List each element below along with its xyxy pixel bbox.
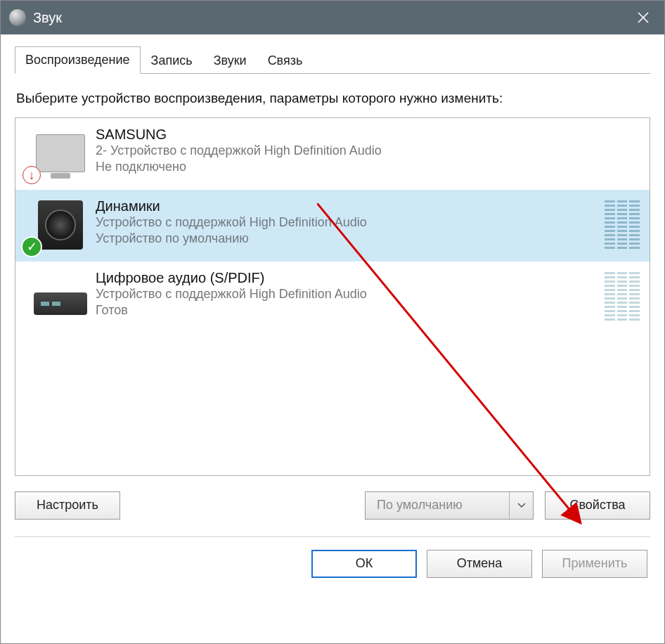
tab-sounds[interactable]: Звуки	[203, 47, 257, 74]
close-button[interactable]	[622, 1, 664, 34]
device-text: SAMSUNG 2- Устройство с поддержкой High …	[96, 125, 640, 176]
tab-recording[interactable]: Запись	[141, 47, 203, 74]
monitor-icon	[36, 134, 85, 172]
spdif-icon	[34, 292, 87, 315]
device-item[interactable]: Цифровое аудио (S/PDIF) Устройство с под…	[15, 262, 650, 333]
sound-window: Звук Воспроизведение Запись Звуки Связь …	[0, 0, 665, 644]
level-meter	[605, 200, 640, 250]
default-check-icon: ✓	[21, 236, 42, 257]
device-icon-speaker: ✓	[25, 197, 96, 253]
chevron-down-icon	[509, 492, 533, 519]
set-default-dropdown[interactable]: По умолчанию	[365, 491, 534, 520]
device-status: Не подключено	[96, 159, 640, 175]
device-text: Динамики Устройство с поддержкой High De…	[96, 197, 605, 247]
device-status: Готов	[96, 302, 605, 318]
device-desc: Устройство с поддержкой High Definition …	[96, 214, 605, 231]
apply-button[interactable]: Применить	[542, 550, 647, 578]
ok-button[interactable]: ОК	[311, 550, 417, 578]
device-name: SAMSUNG	[96, 127, 640, 143]
device-item[interactable]: ↓ SAMSUNG 2- Устройство с поддержкой Hig…	[15, 118, 650, 190]
sound-icon	[9, 9, 26, 26]
speaker-icon	[38, 200, 83, 250]
device-icon-spdif	[25, 269, 96, 325]
tab-playback[interactable]: Воспроизведение	[15, 46, 141, 74]
level-meter	[605, 272, 640, 321]
tab-communications[interactable]: Связь	[257, 47, 314, 74]
device-name: Динамики	[96, 198, 605, 214]
titlebar: Звук	[1, 1, 664, 34]
device-name: Цифровое аудио (S/PDIF)	[96, 270, 605, 286]
set-default-label: По умолчанию	[377, 498, 463, 513]
device-status: Устройство по умолчанию	[96, 231, 605, 247]
client-area: Воспроизведение Запись Звуки Связь Выбер…	[1, 34, 664, 643]
configure-button[interactable]: Настроить	[15, 491, 120, 520]
config-row: Настроить По умолчанию Свойства	[15, 491, 650, 520]
dialog-buttons: ОК Отмена Применить	[15, 550, 650, 578]
device-item[interactable]: ✓ Динамики Устройство с поддержкой High …	[15, 190, 650, 262]
separator	[15, 536, 650, 537]
device-desc: Устройство с поддержкой High Definition …	[96, 286, 605, 302]
device-icon-monitor: ↓	[25, 125, 96, 181]
disconnected-badge-icon: ↓	[22, 166, 41, 184]
device-text: Цифровое аудио (S/PDIF) Устройство с под…	[96, 269, 605, 319]
device-desc: 2- Устройство с поддержкой High Definiti…	[96, 143, 640, 159]
device-list: ↓ SAMSUNG 2- Устройство с поддержкой Hig…	[15, 117, 650, 476]
window-title: Звук	[33, 10, 62, 26]
cancel-button[interactable]: Отмена	[427, 550, 532, 578]
tabstrip: Воспроизведение Запись Звуки Связь	[15, 46, 650, 74]
instruction-text: Выберите устройство воспроизведения, пар…	[16, 89, 650, 108]
properties-button[interactable]: Свойства	[545, 491, 650, 520]
